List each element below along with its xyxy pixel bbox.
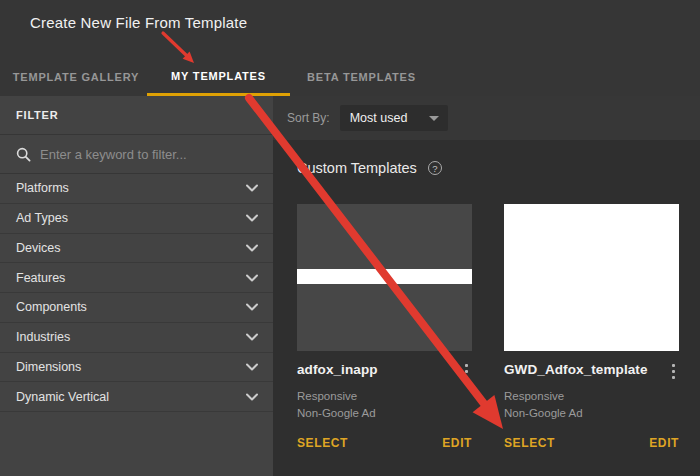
search-row <box>0 135 273 174</box>
template-type: Responsive <box>297 388 472 405</box>
tab-my-templates[interactable]: MY TEMPLATES <box>147 58 290 96</box>
chevron-down-icon <box>246 333 258 341</box>
tab-template-gallery[interactable]: TEMPLATE GALLERY <box>5 58 147 96</box>
sidebar-item-label: Dynamic Vertical <box>16 390 109 404</box>
search-icon <box>16 147 31 162</box>
filter-header: FILTER <box>0 96 273 135</box>
chevron-down-icon <box>246 393 258 401</box>
main-area: Sort By: Most used Custom Templates ? ad… <box>273 96 700 476</box>
sort-selected-value: Most used <box>350 111 408 125</box>
template-meta: Responsive Non-Google Ad <box>297 388 472 422</box>
template-cards: adfox_inapp Responsive Non-Google Ad SEL… <box>297 204 700 450</box>
template-title: adfox_inapp <box>297 362 378 377</box>
kebab-menu-icon[interactable] <box>668 362 679 381</box>
chevron-down-icon <box>246 214 258 222</box>
sidebar-item-label: Industries <box>16 330 70 344</box>
section-title: Custom Templates <box>297 160 417 176</box>
chevron-down-icon <box>246 274 258 282</box>
template-ad-kind: Non-Google Ad <box>504 405 679 422</box>
tab-bar: TEMPLATE GALLERY MY TEMPLATES BETA TEMPL… <box>5 58 433 96</box>
create-file-dialog: Create New File From Template TEMPLATE G… <box>0 0 700 476</box>
section-head: Custom Templates ? <box>297 160 700 176</box>
sidebar-item-label: Platforms <box>16 181 69 195</box>
chevron-down-icon <box>246 303 258 311</box>
sort-by-label: Sort By: <box>287 111 330 125</box>
sidebar-item-dimensions[interactable]: Dimensions <box>0 353 273 383</box>
template-ad-kind: Non-Google Ad <box>297 405 472 422</box>
sidebar-item-label: Devices <box>16 241 60 255</box>
sidebar-item-label: Ad Types <box>16 211 68 225</box>
template-type: Responsive <box>504 388 679 405</box>
chevron-down-icon <box>246 184 258 192</box>
page-title: Create New File From Template <box>30 14 247 31</box>
search-input[interactable] <box>40 147 273 162</box>
sidebar-item-ad-types[interactable]: Ad Types <box>0 204 273 234</box>
filter-sidebar: FILTER Platforms Ad Types Devices Featur… <box>0 96 273 476</box>
template-thumbnail[interactable] <box>504 204 679 351</box>
sort-row: Sort By: Most used <box>273 96 700 140</box>
sidebar-item-industries[interactable]: Industries <box>0 323 273 353</box>
template-card-adfox-inapp: adfox_inapp Responsive Non-Google Ad SEL… <box>297 204 472 450</box>
sidebar-item-label: Dimensions <box>16 360 81 374</box>
select-button[interactable]: SELECT <box>297 436 348 450</box>
select-button[interactable]: SELECT <box>504 436 555 450</box>
template-card-gwd-adfox-template: GWD_Adfox_template Responsive Non-Google… <box>504 204 679 450</box>
template-title: GWD_Adfox_template <box>504 362 648 377</box>
chevron-down-icon <box>246 244 258 252</box>
sidebar-item-dynamic-vertical[interactable]: Dynamic Vertical <box>0 382 273 412</box>
sidebar-item-components[interactable]: Components <box>0 293 273 323</box>
sidebar-item-label: Components <box>16 300 87 314</box>
help-icon[interactable]: ? <box>428 161 442 175</box>
edit-button[interactable]: EDIT <box>442 436 472 450</box>
sidebar-item-devices[interactable]: Devices <box>0 234 273 264</box>
sidebar-item-platforms[interactable]: Platforms <box>0 174 273 204</box>
templates-panel: Custom Templates ? adfox_inapp Responsiv… <box>273 140 700 476</box>
kebab-menu-icon[interactable] <box>461 362 472 381</box>
template-thumbnail[interactable] <box>297 204 472 351</box>
template-meta: Responsive Non-Google Ad <box>504 388 679 422</box>
tab-beta-templates[interactable]: BETA TEMPLATES <box>290 58 433 96</box>
sidebar-item-features[interactable]: Features <box>0 263 273 293</box>
sidebar-item-label: Features <box>16 271 65 285</box>
sort-dropdown[interactable]: Most used <box>340 105 448 131</box>
chevron-down-icon <box>246 363 258 371</box>
dropdown-caret-icon <box>429 116 439 121</box>
thumbnail-stripe <box>297 269 472 284</box>
edit-button[interactable]: EDIT <box>649 436 679 450</box>
